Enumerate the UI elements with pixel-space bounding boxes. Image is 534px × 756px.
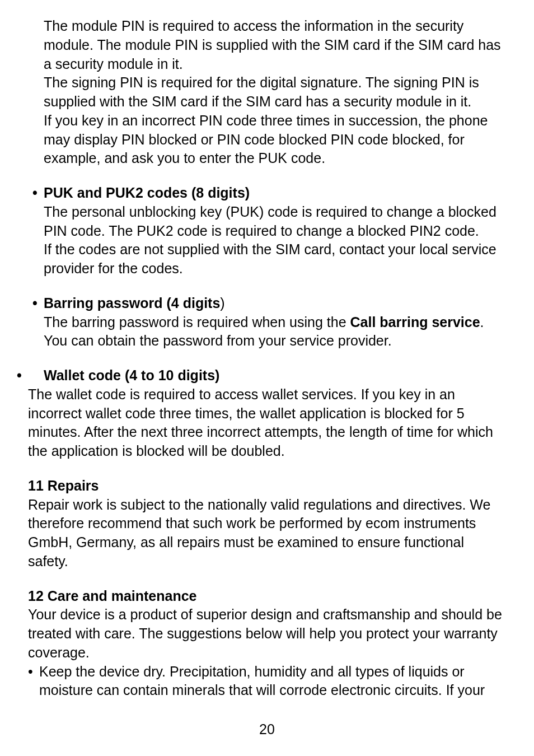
barring-heading: Barring password (4 digits) <box>44 294 506 313</box>
wallet-body: The wallet code is required to access wa… <box>28 385 506 461</box>
puk-para1: The personal unblocking key (PUK) code i… <box>44 203 506 241</box>
call-barring-service-label: Call barring service <box>350 314 480 330</box>
barring-heading-bold: Barring password (4 digits <box>44 295 220 311</box>
module-pin-section: The module PIN is required to access the… <box>28 17 506 168</box>
barring-para-pre: The barring password is required when us… <box>44 314 350 330</box>
wallet-heading: Wallet code (4 to 10 digits) <box>28 366 506 385</box>
wallet-section: Wallet code (4 to 10 digits) The wallet … <box>28 366 506 461</box>
puk-section: PUK and PUK2 codes (8 digits) The person… <box>28 184 506 278</box>
barring-para: The barring password is required when us… <box>44 313 506 351</box>
care-section: 12 Care and maintenance Your device is a… <box>28 587 506 701</box>
care-heading: 12 Care and maintenance <box>28 587 506 606</box>
care-bullet-1: Keep the device dry. Precipitation, humi… <box>28 662 506 701</box>
barring-heading-close: ) <box>220 295 224 311</box>
repairs-heading: 11 Repairs <box>28 477 506 496</box>
puk-para2: If the codes are not supplied with the S… <box>44 240 506 278</box>
care-body: Your device is a product of superior des… <box>28 605 506 662</box>
incorrect-pin-para: If you key in an incorrect PIN code thre… <box>44 111 506 168</box>
module-pin-para1: The module PIN is required to access the… <box>44 17 506 73</box>
repairs-body: Repair work is subject to the nationally… <box>28 496 506 571</box>
repairs-section: 11 Repairs Repair work is subject to the… <box>28 477 506 571</box>
page-number: 20 <box>0 720 534 739</box>
puk-heading: PUK and PUK2 codes (8 digits) <box>44 184 506 203</box>
signing-pin-para: The signing PIN is required for the digi… <box>44 73 506 111</box>
barring-section: Barring password (4 digits) The barring … <box>28 294 506 351</box>
